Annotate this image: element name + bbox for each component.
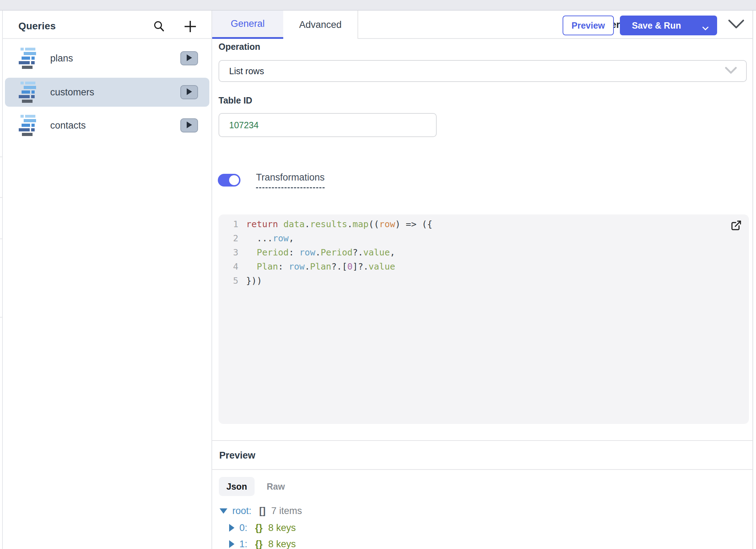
open-code-editor-button[interactable] xyxy=(728,218,744,234)
preview-tab-raw[interactable]: Raw xyxy=(262,477,290,496)
plus-icon xyxy=(184,20,197,34)
tree-type: {} xyxy=(255,523,263,533)
query-item-plans[interactable]: plans xyxy=(5,44,209,73)
code-line: 2 ...row, xyxy=(219,231,749,246)
query-editor-screen: Queries xyxy=(0,0,756,549)
panel-right-border xyxy=(752,11,753,549)
tree-meta: 8 keys xyxy=(268,539,296,549)
sidebar-header: Queries xyxy=(3,11,211,39)
code-text: Plan: row.Plan?.[0]?.value xyxy=(246,260,395,274)
preview-section: Preview Json Raw root: [] 7 items 0: {} … xyxy=(212,440,752,549)
toggle-knob xyxy=(229,175,239,185)
run-query-button[interactable] xyxy=(180,51,198,65)
search-queries-button[interactable] xyxy=(151,19,167,35)
tab-advanced[interactable]: Advanced xyxy=(283,11,358,39)
tree-meta: 7 items xyxy=(271,506,302,516)
json-tree-item-row: 0: {} 8 keys xyxy=(229,521,296,535)
tree-key[interactable]: 0: xyxy=(239,523,248,533)
select-chevron-icon xyxy=(725,67,737,76)
json-tree-root-row: root: [] 7 items xyxy=(220,504,302,518)
page-edge xyxy=(0,11,3,549)
query-item-label: customers xyxy=(50,87,94,98)
tree-type: [] xyxy=(259,506,266,516)
tree-meta: 8 keys xyxy=(268,523,296,533)
json-tree-item-row: 1: {} 8 keys xyxy=(229,537,296,549)
code-line: 3 Period: row.Period?.value, xyxy=(219,246,749,260)
code-line: 1 return data.results.map((row) => ({ xyxy=(219,217,749,231)
search-icon xyxy=(153,20,165,34)
editor-header: General Advanced customers Preview Save … xyxy=(212,11,752,39)
chevron-down-icon xyxy=(728,25,745,31)
line-number: 3 xyxy=(219,246,238,260)
line-number: 4 xyxy=(219,260,238,274)
query-config-panel: Operation List rows Table ID Transformat… xyxy=(212,39,752,440)
code-text: Period: row.Period?.value, xyxy=(246,246,395,260)
table-id-input[interactable] xyxy=(219,113,437,137)
query-item-label: contacts xyxy=(50,120,86,131)
tree-type: {} xyxy=(255,539,263,549)
transformations-toggle[interactable] xyxy=(218,174,240,187)
line-number: 2 xyxy=(219,231,238,246)
preview-heading: Preview xyxy=(219,450,255,461)
collapse-node-icon[interactable] xyxy=(220,508,227,514)
table-icon xyxy=(18,115,37,136)
table-icon xyxy=(18,82,37,103)
line-number: 1 xyxy=(219,217,238,231)
code-text: return data.results.map((row) => ({ xyxy=(246,217,432,231)
query-item-label: plans xyxy=(50,53,73,64)
run-query-button[interactable] xyxy=(180,118,198,132)
save-and-run-label: Save & Run xyxy=(632,20,681,31)
play-icon xyxy=(187,54,192,62)
query-item-contacts[interactable]: contacts xyxy=(5,111,209,140)
table-id-label: Table ID xyxy=(219,95,252,106)
tab-label: General xyxy=(231,18,264,29)
collapse-panel-button[interactable] xyxy=(727,18,745,31)
expand-node-icon[interactable] xyxy=(229,540,234,548)
code-line: 5 })) xyxy=(219,274,749,288)
tree-key[interactable]: root: xyxy=(232,506,251,516)
external-link-icon xyxy=(731,220,742,232)
code-text: })) xyxy=(246,274,262,288)
run-query-button[interactable] xyxy=(180,85,198,99)
queries-sidebar: Queries xyxy=(3,11,212,549)
preview-tab-json[interactable]: Json xyxy=(219,477,255,496)
save-and-run-button[interactable]: Save & Run xyxy=(620,16,717,35)
transformations-label: Transformations xyxy=(256,172,325,188)
divider xyxy=(212,469,752,470)
tab-label: Advanced xyxy=(299,19,342,30)
line-number: 5 xyxy=(219,274,238,288)
save-options-chevron-icon xyxy=(702,23,709,33)
query-item-customers[interactable]: customers xyxy=(5,78,209,107)
add-query-button[interactable] xyxy=(182,19,198,35)
page-background-strip xyxy=(0,0,756,11)
code-text: ...row, xyxy=(246,231,294,246)
tab-general[interactable]: General xyxy=(212,11,283,39)
play-icon xyxy=(187,88,192,96)
transformations-code-editor[interactable]: 1 return data.results.map((row) => ({ 2 … xyxy=(219,214,749,424)
preview-button[interactable]: Preview xyxy=(563,16,614,35)
play-icon xyxy=(187,122,192,129)
sidebar-title: Queries xyxy=(18,20,56,32)
transformations-row: Transformations xyxy=(218,173,325,187)
code-line: 4 Plan: row.Plan?.[0]?.value xyxy=(219,260,749,274)
expand-node-icon[interactable] xyxy=(229,524,234,532)
table-icon xyxy=(18,48,37,69)
operation-select[interactable]: List rows xyxy=(219,60,747,82)
operation-label: Operation xyxy=(219,42,260,52)
tree-key[interactable]: 1: xyxy=(239,539,248,549)
operation-selected-value: List rows xyxy=(229,66,264,76)
